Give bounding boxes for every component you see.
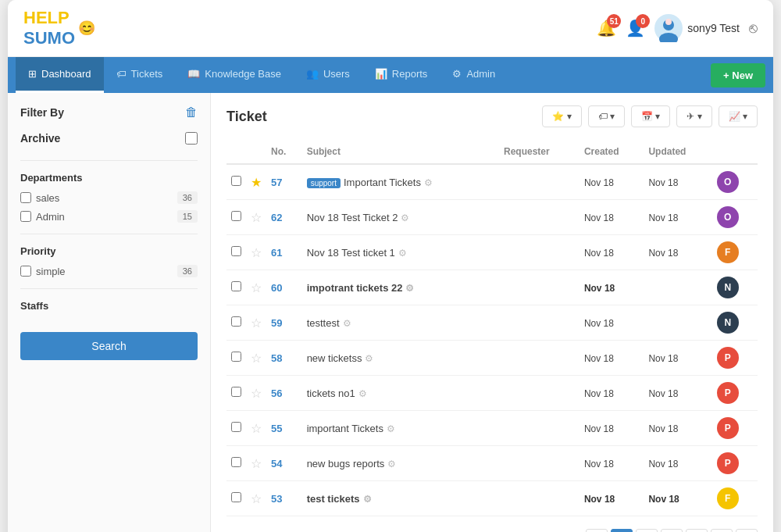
- row-updated-cell: [644, 305, 711, 341]
- th-avatar: [712, 140, 758, 164]
- sales-checkbox[interactable]: [20, 192, 31, 203]
- nav-dashboard[interactable]: ⊞ Dashboard: [16, 57, 104, 93]
- next-page-btn[interactable]: ›: [736, 529, 758, 532]
- assign-filter-btn[interactable]: ✈ ▾: [676, 105, 711, 127]
- nav-users[interactable]: 👥 Users: [294, 57, 362, 93]
- prev-page-btn[interactable]: ‹: [586, 529, 608, 532]
- ticket-number[interactable]: 53: [271, 493, 282, 505]
- ticket-settings-icon[interactable]: ⚙: [365, 353, 373, 364]
- ticket-subject[interactable]: important Tickets⚙: [307, 423, 395, 434]
- nav-tickets[interactable]: 🏷 Tickets: [104, 57, 176, 93]
- star-icon[interactable]: ☆: [251, 246, 262, 259]
- row-updated-cell: Nov 18: [644, 341, 711, 376]
- row-subject-cell: Nov 18 Test Ticket 2⚙: [302, 200, 499, 235]
- ticket-subject[interactable]: supportImportant Tickets⚙: [307, 177, 433, 188]
- star-icon[interactable]: ☆: [251, 492, 262, 505]
- row-checkbox[interactable]: [231, 352, 241, 362]
- row-checkbox[interactable]: [231, 422, 241, 432]
- row-checkbox[interactable]: [231, 246, 241, 256]
- ticket-settings-icon[interactable]: ⚙: [363, 494, 372, 505]
- row-checkbox[interactable]: [231, 457, 241, 467]
- updated-date: Nov 18: [648, 177, 678, 188]
- pagination: ‹ 1 2 3 4 5 ›: [226, 529, 758, 532]
- ticket-number[interactable]: 56: [271, 387, 282, 399]
- date-filter-btn[interactable]: 📅 ▾: [631, 105, 670, 127]
- new-button[interactable]: + New: [711, 63, 765, 87]
- search-button[interactable]: Search: [20, 332, 198, 360]
- row-created-cell: Nov 18: [580, 376, 644, 411]
- trash-icon[interactable]: 🗑: [185, 105, 198, 120]
- page-2-btn[interactable]: 2: [636, 529, 658, 532]
- ticket-number[interactable]: 55: [271, 423, 282, 434]
- ticket-settings-icon[interactable]: ⚙: [405, 283, 414, 294]
- dashboard-icon: ⊞: [28, 68, 37, 80]
- nav-admin[interactable]: ⚙ Admin: [440, 57, 508, 93]
- ticket-number[interactable]: 57: [271, 177, 282, 188]
- page-1-btn[interactable]: 1: [611, 529, 633, 532]
- page-4-btn[interactable]: 4: [686, 529, 708, 532]
- ticket-tbody: ★ 57 supportImportant Tickets⚙ Nov 18 No…: [226, 164, 758, 516]
- page-title: Ticket: [226, 109, 267, 125]
- ticket-subject[interactable]: test tickets⚙: [307, 493, 372, 505]
- star-filter-btn[interactable]: ⭐ ▾: [542, 105, 581, 127]
- star-icon[interactable]: ☆: [251, 387, 262, 400]
- ticket-number[interactable]: 61: [271, 247, 282, 259]
- ticket-settings-icon[interactable]: ⚙: [398, 248, 407, 259]
- simple-checkbox[interactable]: [20, 266, 31, 277]
- row-checkbox[interactable]: [231, 316, 241, 327]
- nav-knowledge-base[interactable]: 📖 Knowledge Base: [175, 57, 294, 93]
- star-icon[interactable]: ☆: [251, 352, 262, 365]
- row-checkbox[interactable]: [231, 492, 241, 502]
- star-icon[interactable]: ☆: [251, 457, 262, 470]
- page-5-btn[interactable]: 5: [711, 529, 733, 532]
- ticket-subject[interactable]: impotrant tickets 22⚙: [307, 282, 415, 294]
- ticket-subject[interactable]: testtest⚙: [307, 317, 351, 329]
- ticket-settings-icon[interactable]: ⚙: [387, 459, 396, 470]
- row-checkbox[interactable]: [231, 211, 241, 221]
- ticket-number[interactable]: 60: [271, 282, 282, 294]
- row-star-cell: ☆: [246, 411, 266, 446]
- svg-point-3: [665, 19, 672, 25]
- ticket-subject[interactable]: Nov 18 Test Ticket 2⚙: [307, 212, 410, 223]
- simple-count: 36: [177, 265, 198, 277]
- star-icon[interactable]: ☆: [251, 281, 262, 295]
- ticket-subject[interactable]: new bugs reports⚙: [307, 458, 397, 470]
- star-icon[interactable]: ☆: [251, 211, 262, 224]
- ticket-number[interactable]: 59: [271, 317, 282, 329]
- ticket-settings-icon[interactable]: ⚙: [401, 212, 409, 223]
- content-header: Ticket ⭐ ▾ 🏷 ▾ 📅 ▾ ✈ ▾ 📈 ▾: [226, 105, 758, 127]
- row-checkbox[interactable]: [231, 387, 241, 397]
- ticket-settings-icon[interactable]: ⚙: [387, 423, 395, 434]
- admin-dept-checkbox[interactable]: [20, 211, 31, 222]
- ticket-settings-icon[interactable]: ⚙: [358, 388, 367, 399]
- notification-bell[interactable]: 🔔 51: [597, 19, 616, 37]
- ticket-subject[interactable]: Nov 18 Test ticket 1⚙: [307, 247, 407, 259]
- ticket-number[interactable]: 62: [271, 212, 282, 223]
- page-3-btn[interactable]: 3: [661, 529, 683, 532]
- ticket-subject[interactable]: tickets no1⚙: [307, 387, 367, 399]
- user-info[interactable]: sony9 Test: [654, 14, 740, 42]
- ticket-settings-icon[interactable]: ⚙: [343, 318, 351, 329]
- archive-checkbox[interactable]: [185, 132, 198, 145]
- chart-filter-btn[interactable]: 📈 ▾: [719, 105, 758, 127]
- avatar: P: [717, 417, 739, 439]
- star-icon[interactable]: ★: [251, 176, 262, 189]
- user-name: sony9 Test: [687, 22, 740, 34]
- star-icon[interactable]: ☆: [251, 422, 262, 435]
- star-icon[interactable]: ☆: [251, 316, 262, 330]
- logout-icon[interactable]: ⎋: [749, 20, 758, 37]
- ticket-settings-icon[interactable]: ⚙: [424, 177, 433, 188]
- nav-reports[interactable]: 📊 Reports: [362, 57, 440, 93]
- ticket-number[interactable]: 58: [271, 352, 282, 364]
- created-date: Nov 18: [584, 494, 615, 505]
- row-checkbox[interactable]: [231, 281, 241, 291]
- ticket-subject[interactable]: new ticketss⚙: [307, 352, 374, 364]
- tag-filter-btn[interactable]: 🏷 ▾: [588, 105, 625, 127]
- row-checkbox[interactable]: [231, 176, 241, 186]
- message-bell[interactable]: 👤 0: [626, 19, 645, 37]
- priority-label: Priority: [20, 245, 198, 257]
- created-date: Nov 18: [584, 248, 614, 259]
- logo-help: HELP: [23, 8, 75, 28]
- ticket-number[interactable]: 54: [271, 458, 282, 470]
- th-updated: Updated: [644, 140, 711, 164]
